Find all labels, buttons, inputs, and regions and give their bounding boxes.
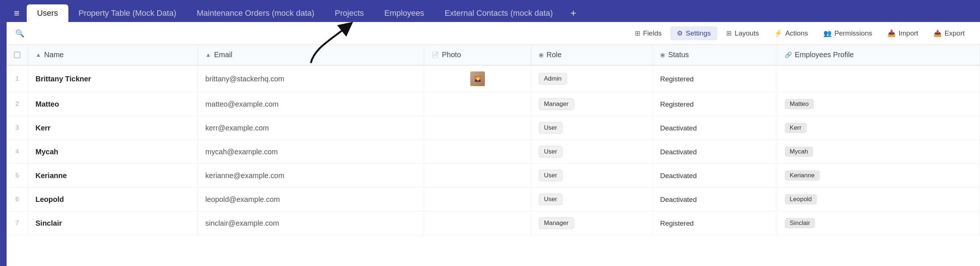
row-name-cell: Kerianne	[28, 164, 198, 187]
employees-profile-icon: 🔗	[785, 51, 792, 58]
row-number: 7	[15, 220, 19, 226]
table-header-row: ▲ Name ▲ Email 📄 Photo	[6, 45, 980, 65]
row-email-cell: brittany@stackerhq.com	[198, 65, 424, 92]
import-button[interactable]: 📥 Import	[881, 26, 925, 40]
import-icon: 📥	[888, 29, 896, 37]
employees-profile-badge[interactable]: Sinclair	[785, 218, 815, 228]
tab-users[interactable]: Users	[27, 5, 68, 22]
row-email-cell: kerianne@example.com	[198, 164, 424, 187]
tab-projects[interactable]: Projects	[325, 5, 374, 22]
row-role-cell: User	[531, 187, 653, 212]
status-icon: ◉	[660, 51, 665, 58]
menu-icon[interactable]: ≡	[6, 5, 27, 22]
col-role[interactable]: ◉ Role	[531, 45, 653, 65]
export-button[interactable]: 📤 Export	[927, 26, 971, 40]
row-name-cell: Sinclair	[28, 212, 198, 235]
row-photo-cell	[424, 164, 531, 187]
employees-profile-badge[interactable]: Leopold	[785, 194, 817, 204]
col-employees-profile[interactable]: 🔗 Employees Profile	[777, 45, 980, 65]
row-status-cell: Deactivated	[653, 164, 777, 187]
photo-icon: 📄	[431, 51, 439, 58]
photo-thumbnail: 🌄	[470, 71, 485, 86]
row-photo-cell	[424, 140, 531, 164]
row-photo-cell	[424, 212, 531, 235]
employees-profile-badge[interactable]: Matteo	[785, 99, 814, 109]
table-row[interactable]: 7Sinclairsinclair@example.comManagerRegi…	[6, 212, 980, 235]
role-badge: User	[539, 170, 563, 181]
row-email-cell: kerr@example.com	[198, 116, 424, 140]
tab-property-table-label: Property Table (Mock Data)	[79, 8, 176, 18]
toolbar-actions: ⊞ Fields ⚙ Settings ⊞ Layouts ⚡ Actions …	[628, 26, 971, 40]
row-checkbox-cell: 5	[6, 164, 28, 187]
row-name-cell: Matteo	[28, 92, 198, 116]
status-text: Registered	[660, 220, 694, 227]
col-photo[interactable]: 📄 Photo	[424, 45, 531, 65]
sidebar-strip	[0, 0, 6, 266]
tab-maintenance-orders[interactable]: Maintenance Orders (mock data)	[186, 5, 325, 22]
toolbar: 🔍 ⊞ Fields ⚙ Settings ⊞ Layouts ⚡ Action…	[6, 22, 980, 45]
row-role-cell: Manager	[531, 212, 653, 235]
row-name-cell: Mycah	[28, 140, 198, 164]
row-name-cell: Kerr	[28, 116, 198, 140]
col-name-label: Name	[44, 51, 64, 59]
row-checkbox-cell: 2	[6, 92, 28, 116]
table-row[interactable]: 6Leopoldleopold@example.comUserDeactivat…	[6, 187, 980, 212]
row-employees-profile-cell: Sinclair	[777, 212, 980, 235]
settings-icon: ⚙	[677, 29, 683, 37]
table-row[interactable]: 2Matteomatteo@example.comManagerRegister…	[6, 92, 980, 116]
tab-property-table[interactable]: Property Table (Mock Data)	[68, 5, 186, 22]
table-row[interactable]: 3Kerrkerr@example.comUserDeactivatedKerr	[6, 116, 980, 140]
tab-maintenance-orders-label: Maintenance Orders (mock data)	[197, 8, 315, 18]
row-number: 1	[15, 75, 19, 82]
search-icon: 🔍	[15, 29, 24, 38]
select-all-checkbox[interactable]	[14, 52, 21, 58]
permissions-icon: 👥	[824, 29, 832, 37]
row-role-cell: Admin	[531, 65, 653, 92]
employees-profile-badge[interactable]: Kerianne	[785, 170, 820, 181]
row-status-cell: Deactivated	[653, 187, 777, 212]
settings-button[interactable]: ⚙ Settings	[670, 26, 718, 40]
fields-button[interactable]: ⊞ Fields	[628, 26, 668, 40]
row-status-cell: Deactivated	[653, 140, 777, 164]
data-table: ▲ Name ▲ Email 📄 Photo	[6, 45, 980, 235]
col-name[interactable]: ▲ Name	[28, 45, 198, 65]
tab-employees[interactable]: Employees	[374, 5, 434, 22]
col-email[interactable]: ▲ Email	[198, 45, 424, 65]
actions-button[interactable]: ⚡ Actions	[768, 26, 815, 40]
layouts-icon: ⊞	[726, 29, 732, 37]
table-row[interactable]: 1Brittany Ticknerbrittany@stackerhq.com🌄…	[6, 65, 980, 92]
row-checkbox-cell: 4	[6, 140, 28, 164]
table-area: ▲ Name ▲ Email 📄 Photo	[6, 45, 980, 266]
row-status-cell: Registered	[653, 65, 777, 92]
table-row[interactable]: 5Keriannekerianne@example.comUserDeactiv…	[6, 164, 980, 187]
search-area[interactable]: 🔍	[15, 29, 625, 38]
table-row[interactable]: 4Mycahmycah@example.comUserDeactivatedMy…	[6, 140, 980, 164]
export-label: Export	[945, 29, 965, 37]
row-employees-profile-cell: Leopold	[777, 187, 980, 212]
col-role-label: Role	[547, 51, 562, 59]
row-number: 5	[15, 172, 19, 179]
employees-profile-badge[interactable]: Kerr	[785, 123, 807, 133]
row-role-cell: User	[531, 140, 653, 164]
add-tab-button[interactable]: +	[563, 5, 584, 22]
row-email-cell: mycah@example.com	[198, 140, 424, 164]
col-checkbox	[6, 45, 28, 65]
row-email-cell: leopold@example.com	[198, 187, 424, 212]
row-checkbox-cell: 1	[6, 65, 28, 92]
role-badge: User	[539, 194, 563, 205]
row-name-cell: Leopold	[28, 187, 198, 212]
row-status-cell: Deactivated	[653, 116, 777, 140]
row-role-cell: User	[531, 164, 653, 187]
email-sort-icon: ▲	[205, 52, 212, 58]
tab-external-contacts[interactable]: External Contacts (mock data)	[434, 5, 563, 22]
permissions-button[interactable]: 👥 Permissions	[817, 26, 879, 40]
row-photo-cell: 🌄	[424, 65, 531, 92]
tab-external-contacts-label: External Contacts (mock data)	[445, 8, 553, 18]
employees-profile-badge[interactable]: Mycah	[785, 147, 813, 157]
row-employees-profile-cell: Kerianne	[777, 164, 980, 187]
row-checkbox-cell: 3	[6, 116, 28, 140]
layouts-button[interactable]: ⊞ Layouts	[720, 26, 766, 40]
status-text: Deactivated	[660, 124, 697, 132]
col-status[interactable]: ◉ Status	[653, 45, 777, 65]
import-label: Import	[899, 29, 918, 37]
